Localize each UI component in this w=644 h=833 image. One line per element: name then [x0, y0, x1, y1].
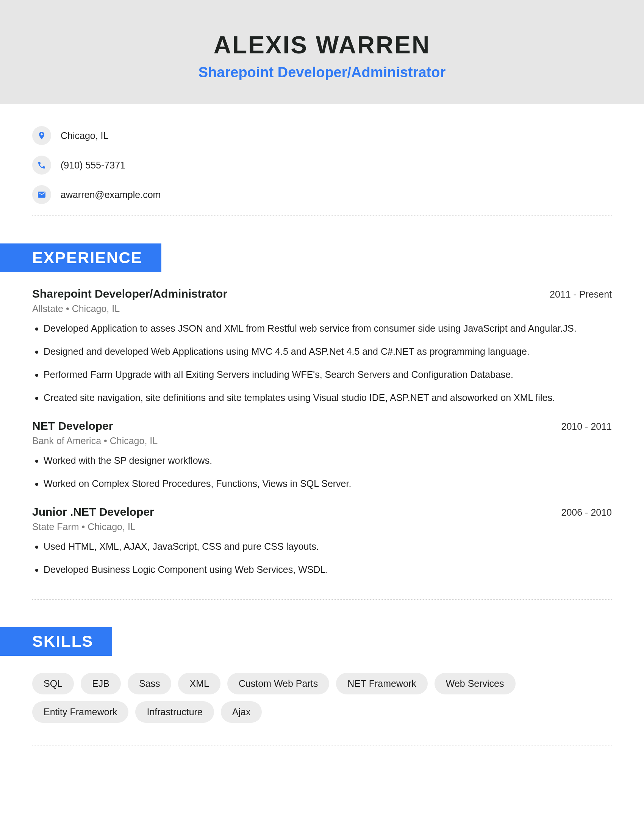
- skills-list: SQLEJBSassXMLCustom Web PartsNET Framewo…: [32, 673, 612, 723]
- location-icon: [32, 126, 51, 145]
- job-title: NET Developer: [32, 420, 113, 433]
- job-bullet: Used HTML, XML, AJAX, JavaScript, CSS an…: [43, 540, 612, 553]
- job-head: NET Developer2010 - 2011: [32, 420, 612, 433]
- job-bullets: Worked with the SP designer workflows.Wo…: [43, 454, 612, 490]
- job-bullet: Worked on Complex Stored Procedures, Fun…: [43, 477, 612, 490]
- job-bullet: Developed Business Logic Component using…: [43, 563, 612, 576]
- divider: [32, 599, 612, 600]
- job: Sharepoint Developer/Administrator2011 -…: [32, 287, 612, 404]
- skill-pill: SQL: [32, 673, 74, 695]
- job-bullet: Performed Farm Upgrade with all Exiting …: [43, 368, 612, 381]
- email-icon: [32, 185, 51, 204]
- skill-pill: Ajax: [221, 701, 262, 723]
- skill-pill: EJB: [80, 673, 121, 695]
- job: NET Developer2010 - 2011Bank of America …: [32, 420, 612, 490]
- job-subline: Allstate • Chicago, IL: [32, 303, 612, 314]
- contact-email: awarren@example.com: [61, 189, 161, 200]
- contact-block: Chicago, IL (910) 555-7371 awarren@examp…: [32, 104, 612, 204]
- job-subline: Bank of America • Chicago, IL: [32, 436, 612, 446]
- job-bullet: Designed and developed Web Applications …: [43, 345, 612, 358]
- job-dates: 2011 - Present: [550, 289, 612, 300]
- job: Junior .NET Developer2006 - 2010State Fa…: [32, 505, 612, 576]
- job-bullet: Created site navigation, site definition…: [43, 391, 612, 404]
- skill-pill: Entity Framework: [32, 701, 129, 723]
- job-head: Sharepoint Developer/Administrator2011 -…: [32, 287, 612, 300]
- skill-pill: NET Framework: [336, 673, 428, 695]
- divider: [32, 215, 612, 216]
- contact-phone-row: (910) 555-7371: [32, 156, 612, 175]
- skill-pill: Web Services: [435, 673, 515, 695]
- job-head: Junior .NET Developer2006 - 2010: [32, 505, 612, 518]
- job-bullets: Used HTML, XML, AJAX, JavaScript, CSS an…: [43, 540, 612, 576]
- job-title: Sharepoint Developer/Administrator: [32, 287, 227, 300]
- contact-email-row: awarren@example.com: [32, 185, 612, 204]
- job-bullet: Developed Application to asses JSON and …: [43, 322, 612, 335]
- header-band: ALEXIS WARREN Sharepoint Developer/Admin…: [0, 0, 644, 104]
- person-title: Sharepoint Developer/Administrator: [0, 64, 644, 80]
- person-name: ALEXIS WARREN: [0, 31, 644, 59]
- skills-heading: SKILLS: [0, 627, 112, 656]
- job-dates: 2010 - 2011: [562, 421, 612, 432]
- job-title: Junior .NET Developer: [32, 505, 154, 518]
- experience-list: Sharepoint Developer/Administrator2011 -…: [32, 287, 612, 576]
- contact-location: Chicago, IL: [61, 130, 108, 141]
- divider: [32, 746, 612, 746]
- experience-heading: EXPERIENCE: [0, 243, 161, 272]
- job-subline: State Farm • Chicago, IL: [32, 521, 612, 532]
- phone-icon: [32, 156, 51, 175]
- skill-pill: Custom Web Parts: [227, 673, 329, 695]
- skill-pill: Infrastructure: [135, 701, 214, 723]
- contact-phone: (910) 555-7371: [61, 160, 126, 171]
- job-bullet: Worked with the SP designer workflows.: [43, 454, 612, 467]
- job-dates: 2006 - 2010: [562, 507, 612, 518]
- content: Chicago, IL (910) 555-7371 awarren@examp…: [0, 104, 644, 746]
- skill-pill: XML: [178, 673, 220, 695]
- skill-pill: Sass: [128, 673, 172, 695]
- contact-location-row: Chicago, IL: [32, 126, 612, 145]
- job-bullets: Developed Application to asses JSON and …: [43, 322, 612, 404]
